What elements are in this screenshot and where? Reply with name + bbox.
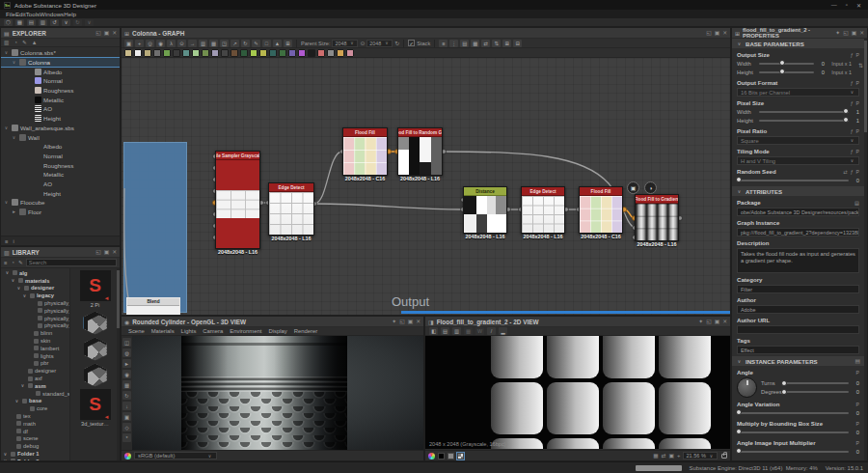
3d-menu-item[interactable]: Scene (128, 328, 145, 334)
colorspace-select[interactable]: sRGB (default)∨ (134, 452, 217, 459)
parent-size-height-select[interactable]: 2048∨ (366, 40, 393, 47)
library-tree-item[interactable]: lambert (1, 345, 69, 352)
tree-caret-icon[interactable]: ∨ (4, 270, 11, 275)
node-palette-icon[interactable] (124, 49, 132, 57)
section-base-parameters[interactable]: ∨BASE PARAMETERS (732, 39, 864, 48)
library-tree-item[interactable]: df (1, 428, 69, 435)
folder-icon[interactable]: ▤ (854, 200, 859, 206)
degrees-slider[interactable] (783, 391, 849, 393)
tree-caret-icon[interactable]: ► (11, 209, 17, 214)
panel-header-icon[interactable]: ▣ (715, 30, 719, 36)
node-preview-button[interactable]: ◑ (644, 181, 657, 194)
tree-caret-icon[interactable]: ∨ (21, 293, 28, 298)
library-asset[interactable]: S ◄ 3D Simplex Noise (84, 363, 107, 386)
library-tree-item[interactable]: blinn (1, 329, 69, 337)
tree-caret-icon[interactable]: ∨ (11, 135, 17, 140)
library-tool-icon[interactable]: ◔ (11, 260, 14, 265)
node-palette-icon[interactable] (240, 49, 248, 57)
slider-knob[interactable] (736, 448, 742, 454)
explorer-tree-item[interactable]: ∨ Floocube (1, 198, 120, 208)
category-field[interactable]: Filter (737, 285, 859, 293)
graph-tool-icon[interactable]: ▣ (124, 40, 133, 47)
author-field[interactable]: Adobe (737, 305, 859, 314)
toolbar-icon[interactable]: ∨ (62, 19, 70, 26)
panel-header-icon[interactable]: ✕ (112, 30, 117, 36)
height-slider[interactable] (759, 71, 814, 73)
explorer-tree-item[interactable]: Metallic (1, 95, 120, 104)
explorer-tree-item[interactable]: Normal (1, 152, 120, 161)
align-tool-icon[interactable]: ⋮ (449, 40, 458, 47)
node-palette-icon[interactable] (308, 49, 315, 57)
output-format-select[interactable]: 16 Bits per Channel∨ (737, 88, 859, 97)
node-palette-icon[interactable] (163, 49, 171, 57)
preset-icon[interactable]: P (856, 370, 859, 376)
presets-icon[interactable]: ▤ (855, 358, 860, 364)
node-palette-icon[interactable] (173, 49, 180, 57)
panel-header-icon[interactable]: ✕ (416, 319, 420, 324)
toolbar-icon[interactable]: ▤ (27, 19, 36, 26)
library-tree-item[interactable]: core (1, 404, 69, 412)
node-palette-icon[interactable] (202, 49, 209, 57)
shuffle-icon[interactable]: ⇄ (843, 169, 847, 175)
toolbar-icon[interactable]: ↻ (73, 19, 82, 26)
library-tree-item[interactable]: physically_… (1, 322, 69, 330)
3d-tool-icon[interactable]: ◇ (122, 423, 131, 431)
align-tool-icon[interactable]: ⊞ (502, 40, 511, 47)
node-preview-button[interactable]: ▣ (627, 181, 639, 194)
node-palette-icon[interactable] (144, 49, 151, 57)
3d-tool-icon[interactable]: * (122, 433, 131, 442)
graph-tool-icon[interactable]: ⊙ (177, 40, 186, 47)
menu-item[interactable]: Tools (26, 11, 40, 17)
color-wheel-icon[interactable] (428, 453, 435, 459)
node-palette-icon[interactable] (182, 49, 190, 57)
graph-node[interactable]: Distance2048x2048 - L16 (463, 186, 507, 234)
graph-node[interactable]: Edge Detect2048x2048 - L16 (268, 182, 314, 236)
slider-knob[interactable] (779, 60, 785, 66)
function-icon[interactable]: ƒ (851, 128, 854, 134)
align-tool-icon[interactable]: ≡ (439, 40, 448, 47)
tree-caret-icon[interactable]: ∨ (19, 383, 26, 388)
2d-tool-icon[interactable]: ▦ (464, 327, 473, 335)
graph-instance-field[interactable]: pkg:///flood_fill_to_gradient_2?dependen… (737, 228, 859, 236)
parent-size-width-select[interactable]: 2048∨ (332, 40, 358, 47)
function-icon[interactable]: ƒ (851, 52, 854, 58)
swap-wh-icon[interactable]: ⇅ (858, 62, 863, 69)
3d-tool-icon[interactable]: ▦ (122, 380, 131, 389)
pixel-height-slider[interactable] (759, 120, 849, 122)
2d-nav-icon[interactable]: + (677, 453, 680, 459)
node-palette-icon[interactable] (211, 49, 219, 57)
node-palette-icon[interactable] (269, 49, 277, 57)
3d-menu-item[interactable]: Renderer (294, 328, 318, 334)
node-palette-icon[interactable] (259, 49, 267, 57)
3d-tool-icon[interactable]: ► (122, 359, 131, 368)
slider-knob[interactable] (779, 69, 785, 74)
library-asset[interactable]: S ◄ 3D Perlin Noise … (84, 311, 107, 334)
3d-tool-icon[interactable]: ↓ (122, 402, 131, 410)
panel-header-icon[interactable]: ▣ (852, 30, 856, 36)
library-tree-item[interactable]: skin (1, 337, 69, 345)
graph-tool-icon[interactable]: λ (167, 40, 176, 47)
panel-header-icon[interactable]: ◱ (706, 30, 711, 36)
library-scrollbar[interactable] (117, 268, 120, 460)
library-tree-item[interactable]: ∨ legacy (1, 292, 69, 299)
preset-icon[interactable]: P (856, 128, 859, 134)
preset-icon[interactable]: P (856, 459, 859, 460)
panel-header-icon[interactable]: ◱ (95, 249, 100, 255)
background-black-swatch[interactable] (438, 453, 445, 459)
library-tree-item[interactable]: ∨ Folder 2 (1, 458, 69, 460)
explorer-tree-item[interactable]: ∨ Wall_arabesque.sbs (1, 124, 120, 133)
3d-menu-item[interactable]: Display (268, 328, 286, 334)
background-checker-swatch[interactable] (457, 453, 464, 459)
library-tree-item[interactable]: physically_… (1, 307, 69, 315)
function-icon[interactable]: ƒ (851, 149, 854, 154)
preset-icon[interactable]: P (856, 100, 859, 106)
node-palette-icon[interactable] (231, 49, 238, 57)
function-icon[interactable]: ƒ (851, 169, 854, 175)
slider-knob[interactable] (781, 389, 787, 395)
3d-tool-icon[interactable]: ▣ (122, 412, 131, 421)
2d-tool-icon[interactable]: ▥ (452, 327, 461, 335)
properties-scrollbar[interactable] (864, 39, 867, 460)
graph-node[interactable]: Flood Fill to Gradient2048x2048 - L16 (635, 194, 679, 241)
graph-tool-icon[interactable]: ◳ (220, 40, 229, 47)
function-icon[interactable]: ƒ (851, 100, 854, 106)
